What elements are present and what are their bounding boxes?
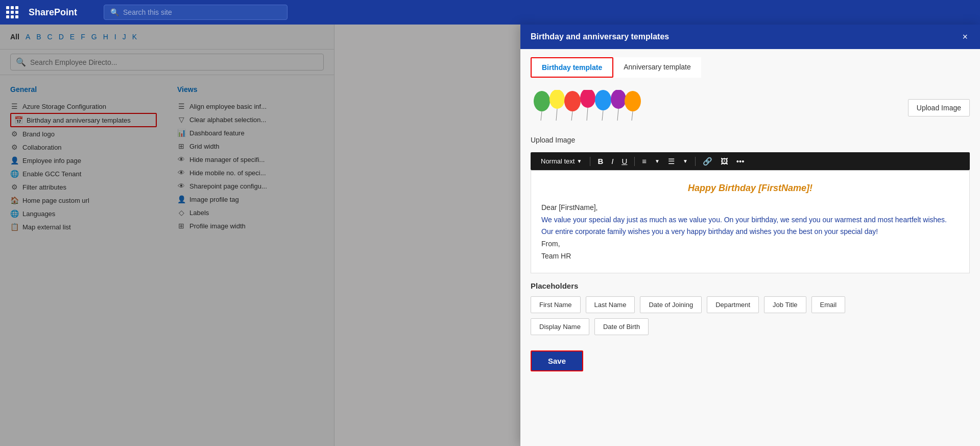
svg-point-10: [611, 90, 626, 109]
svg-point-6: [580, 90, 595, 108]
save-button[interactable]: Save: [531, 350, 583, 371]
svg-line-5: [571, 111, 572, 121]
dropdown-arrow-icon: ▼: [577, 158, 582, 164]
bold-button[interactable]: B: [594, 156, 606, 167]
image-preview-area: Upload Image: [531, 86, 970, 130]
placeholder-first-name[interactable]: First Name: [531, 296, 581, 313]
align-button[interactable]: ≡: [639, 156, 650, 167]
template-tabs: Birthday template Anniversary template: [531, 57, 970, 78]
upload-image-button[interactable]: Upload Image: [908, 99, 970, 116]
image-button[interactable]: 🖼: [718, 156, 731, 167]
waffle-menu[interactable]: [6, 6, 18, 18]
link-button[interactable]: 🔗: [700, 156, 715, 167]
align-dropdown-button[interactable]: ▼: [652, 157, 663, 165]
svg-line-3: [556, 109, 557, 121]
text-style-label: Normal text: [541, 157, 575, 165]
tab-birthday[interactable]: Birthday template: [531, 57, 613, 78]
toolbar-separator-3: [695, 157, 696, 166]
italic-button[interactable]: I: [608, 156, 616, 167]
upload-image-label: Upload Image: [531, 136, 575, 144]
team-hr-line: Team HR: [541, 252, 571, 260]
header-search-box[interactable]: 🔍: [104, 5, 288, 20]
svg-line-7: [587, 108, 588, 121]
placeholder-email[interactable]: Email: [811, 296, 846, 313]
underline-button[interactable]: U: [618, 156, 630, 167]
sharepoint-header: SharePoint 🔍: [0, 0, 980, 25]
list-button[interactable]: ☰: [665, 156, 678, 167]
modal-panel: Birthday and anniversary templates × Bir…: [520, 25, 980, 446]
editor-body: Dear [FirstName], We value your special …: [541, 202, 959, 263]
search-icon: 🔍: [110, 8, 119, 16]
svg-point-8: [595, 90, 611, 110]
placeholders-row-1: First Name Last Name Date of Joining Dep…: [531, 296, 970, 313]
svg-point-2: [549, 90, 565, 109]
search-input[interactable]: [123, 8, 281, 16]
more-button[interactable]: •••: [733, 156, 748, 167]
placeholder-department[interactable]: Department: [707, 296, 759, 313]
from-line: From,: [541, 240, 560, 248]
placeholders-row-2: Display Name Date of Birth: [531, 318, 970, 335]
editor-area[interactable]: Happy Birthday [FirstName]! Dear [FirstN…: [531, 170, 970, 273]
sharepoint-logo: SharePoint: [29, 7, 77, 18]
body-paragraph: We value your special day just as much a…: [541, 216, 947, 236]
svg-line-1: [541, 111, 542, 121]
list-dropdown-button[interactable]: ▼: [680, 157, 691, 165]
placeholder-last-name[interactable]: Last Name: [586, 296, 635, 313]
dear-line: Dear [FirstName],: [541, 203, 597, 212]
svg-line-9: [602, 110, 603, 121]
editor-heading: Happy Birthday [FirstName]!: [541, 181, 959, 196]
main-layout: All A B C D E F G H I J K 🔍 General: [0, 25, 980, 446]
svg-point-4: [564, 91, 581, 111]
svg-point-12: [625, 91, 641, 111]
toolbar-separator-2: [634, 157, 635, 166]
svg-line-11: [617, 109, 618, 121]
balloons-svg: [531, 90, 643, 126]
tab-anniversary[interactable]: Anniversary template: [613, 57, 701, 78]
placeholder-job-title[interactable]: Job Title: [764, 296, 806, 313]
save-section: Save: [531, 344, 970, 373]
placeholder-date-joining[interactable]: Date of Joining: [640, 296, 702, 313]
toolbar-separator-1: [590, 157, 590, 166]
modal-body: Birthday template Anniversary template: [520, 49, 980, 446]
placeholders-section: Placeholders First Name Last Name Date o…: [531, 273, 970, 344]
text-style-selector[interactable]: Normal text ▼: [537, 155, 586, 167]
upload-label-row: Upload Image: [531, 136, 970, 148]
balloon-image: [531, 90, 643, 126]
placeholder-display-name[interactable]: Display Name: [531, 318, 589, 335]
modal-close-button[interactable]: ×: [960, 30, 970, 43]
placeholder-date-birth[interactable]: Date of Birth: [594, 318, 649, 335]
modal-header: Birthday and anniversary templates ×: [520, 25, 980, 49]
svg-point-0: [534, 91, 550, 111]
svg-line-13: [632, 111, 633, 121]
placeholders-title: Placeholders: [531, 281, 970, 290]
editor-toolbar: Normal text ▼ B I U ≡ ▼ ☰ ▼ 🔗 🖼 •••: [531, 152, 970, 170]
modal-title: Birthday and anniversary templates: [531, 32, 669, 41]
